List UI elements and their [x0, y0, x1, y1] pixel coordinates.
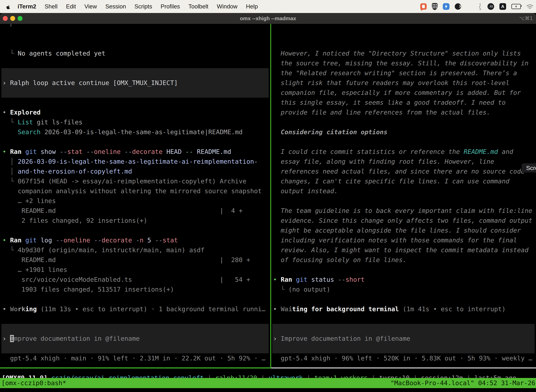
squiggle-icon[interactable]: [478, 3, 482, 10]
text-segment: essay file, along with finding root file…: [273, 158, 494, 165]
shield-grid-icon[interactable]: [432, 3, 438, 10]
terminal-line: essay file, along with finding root file…: [273, 157, 494, 167]
text-segment: Wo: [10, 305, 18, 313]
text-segment: slight risk that future readers may over…: [273, 79, 509, 86]
text-segment: No agents completed yet: [18, 50, 105, 57]
text-segment: Explored: [10, 109, 40, 116]
terminal-line: companion file, especially if more comme…: [273, 88, 521, 98]
text-segment: HEAD: [166, 148, 182, 155]
text-segment: gpt-5.4 xhigh · main · 91% left · 2.31M …: [2, 355, 266, 362]
text-segment: [21, 148, 25, 155]
pane-divider-vertical[interactable]: [270, 24, 271, 369]
text-segment: output instead.: [273, 187, 338, 195]
text-segment: mprove documentation in @filename: [14, 335, 140, 342]
text-segment: Ralph loop active continue [OMX_TMUX_INJ…: [10, 79, 178, 86]
terminal-line: changes, I can't cite specific file line…: [273, 176, 509, 186]
terminal-line: └ (no output): [273, 285, 330, 294]
text-segment: --: [155, 237, 163, 244]
text-segment: I could cite commit statistics or refere…: [273, 148, 464, 155]
text-segment: └: [2, 50, 18, 57]
text-segment: oneline: [94, 148, 121, 155]
text-segment: might be acceptable alongside the file l…: [273, 227, 521, 234]
terminal-line: … +1901 lines: [2, 265, 67, 275]
text-segment: Search: [2, 128, 41, 135]
text-segment: [52, 237, 56, 244]
recording-indicator-icon[interactable]: [420, 3, 427, 10]
text-segment: ting for background terminal: [292, 305, 399, 313]
pane-divider-horizontal-green: [0, 367, 271, 369]
text-segment: [37, 237, 41, 244]
text-segment: show: [41, 148, 56, 155]
text-segment: [144, 237, 147, 244]
text-segment: --: [338, 276, 345, 283]
terminal-line: output instead.: [273, 186, 338, 196]
text-segment: oneline: [63, 237, 90, 244]
terminal-line: of focusing solely on file lines.: [273, 255, 407, 265]
letter-a-app-icon[interactable]: A: [499, 3, 506, 10]
text-segment: [193, 148, 197, 155]
tree-guide-stub: [10, 24, 11, 27]
text-segment: •: [2, 305, 10, 313]
text-segment: Ran: [281, 276, 292, 283]
crescent-circle-icon[interactable]: [455, 3, 461, 10]
menu-item-profiles[interactable]: Profiles: [156, 3, 184, 10]
recording-indicator-shape: [420, 3, 427, 10]
text-segment: 2026-03-09-is-legal-the-same-as-legitima…: [41, 128, 243, 135]
menu-item-view[interactable]: View: [80, 3, 101, 10]
text-segment: git: [25, 148, 37, 155]
menu-item-window[interactable]: Window: [213, 3, 242, 10]
text-segment: changes, I can't cite specific file line…: [273, 177, 509, 185]
text-segment: (no output): [288, 286, 330, 293]
text-segment: [82, 148, 86, 155]
menu-item-iterm2[interactable]: iTerm2: [13, 3, 40, 10]
menu-item-toolbelt[interactable]: Toolbelt: [184, 3, 213, 10]
text-segment: 067f154 (HEAD -> essay/ai-reimplementati…: [18, 177, 246, 185]
text-segment: | 54 +: [132, 276, 250, 283]
menu-item-help[interactable]: Help: [242, 3, 262, 10]
text-segment: log: [41, 237, 52, 244]
menu-item-scripts[interactable]: Scripts: [130, 3, 156, 10]
wifi-icon[interactable]: [526, 4, 534, 9]
macos-menu-bar: iTerm2ShellEditViewSessionScriptsProfile…: [0, 0, 536, 13]
text-segment: └: [2, 119, 18, 126]
text-segment: [182, 148, 186, 155]
text-segment: [292, 276, 296, 283]
text-segment: The team guideline is to back every impo…: [273, 207, 532, 214]
text-segment: •: [273, 305, 281, 313]
terminal-line: README.md | 280 +: [2, 255, 250, 265]
lightning-badge-icon[interactable]: [443, 3, 450, 10]
text-segment: •: [2, 148, 10, 155]
text-segment: and: [498, 148, 513, 155]
text-segment: │: [2, 168, 18, 175]
text-segment: [90, 237, 94, 244]
text-segment: gpt-5.4 xhigh · 96% left · 520K in · 5.8…: [273, 355, 532, 362]
terminal-line: • Waiting for background terminal (1m 41…: [273, 304, 506, 314]
text-segment: Wai: [281, 305, 292, 313]
terminal-line: slight risk that future readers may over…: [273, 78, 509, 88]
text-segment: git ls-files: [33, 119, 82, 126]
screen-overlay-button[interactable]: Scre: [522, 163, 536, 173]
text-segment: | 280 +: [56, 256, 250, 263]
status-line-right: gpt-5.4 xhigh · 96% left · 520K in · 5.8…: [273, 353, 532, 363]
text-segment: [132, 237, 136, 244]
terminal-line: the "Related research writing" section i…: [273, 68, 517, 78]
terminal-window[interactable]: └ No agents completed yet› Ralph loop ac…: [0, 24, 536, 392]
badge-61-icon[interactable]: ..61: [488, 3, 494, 10]
terminal-line: └ List git ls-files: [2, 117, 82, 127]
menu-item-shell[interactable]: Shell: [40, 3, 62, 10]
text-segment: ›: [2, 335, 10, 342]
terminal-line: • Working (11m 13s • esc to interrupt) ·…: [2, 304, 266, 314]
text-segment: [56, 148, 60, 155]
dots-grid-icon[interactable]: [466, 4, 472, 9]
text-segment: the "Related research writing" section i…: [273, 69, 517, 77]
text-segment: [21, 237, 25, 244]
menu-item-edit[interactable]: Edit: [62, 3, 80, 10]
battery-icon[interactable]: [511, 4, 521, 9]
apple-menu-icon[interactable]: [6, 4, 11, 9]
text-segment: src/voice/voiceModeEnabled.ts: [2, 276, 132, 283]
window-title: omx --xhigh --madmax: [0, 13, 536, 24]
text-segment: └: [273, 286, 288, 293]
menu-item-session[interactable]: Session: [101, 3, 130, 10]
terminal-line: └ 067f154 (HEAD -> essay/ai-reimplementa…: [2, 176, 246, 186]
terminal-line: README.md | 4 +: [2, 206, 243, 216]
